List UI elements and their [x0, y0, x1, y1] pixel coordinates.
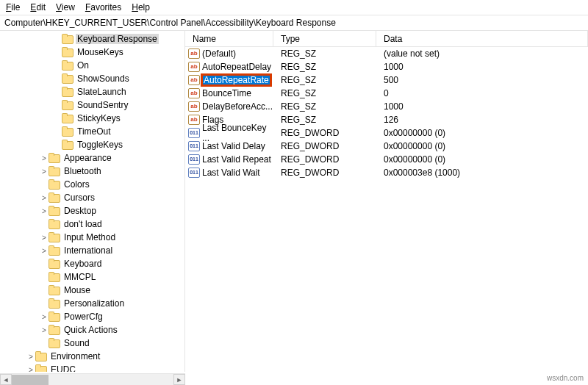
- tree-item-label: MMCPL: [62, 272, 97, 282]
- reg-string-icon: [188, 48, 200, 60]
- tree-item[interactable]: Keyboard: [0, 257, 184, 270]
- value-data: 0x00000000 (0): [376, 128, 588, 138]
- value-name: AutoRepeatDelay: [202, 62, 271, 72]
- folder-icon: [62, 34, 74, 44]
- tree-item-label: SlateLaunch: [76, 87, 128, 97]
- tree-item[interactable]: >Bluetooth: [0, 165, 184, 178]
- folder-icon: [62, 126, 74, 137]
- value-type: REG_SZ: [273, 101, 376, 112]
- folder-icon: [62, 87, 74, 97]
- value-row[interactable]: Last BounceKey ...REG_DWORD0x00000000 (0…: [185, 126, 588, 140]
- tree-item-label: Quick Actions: [62, 325, 119, 335]
- chevron-right-icon[interactable]: >: [40, 194, 49, 202]
- value-row[interactable]: (Default)REG_SZ(value not set): [185, 47, 588, 60]
- tree-item[interactable]: SoundSentry: [0, 98, 184, 112]
- value-data: 0: [376, 88, 588, 98]
- value-row[interactable]: DelayBeforeAcc...REG_SZ1000: [185, 100, 588, 113]
- value-row[interactable]: Last Valid RepeatREG_DWORD0x00000000 (0): [185, 153, 588, 166]
- column-header-data[interactable]: Data: [376, 31, 588, 46]
- value-name: (Default): [202, 48, 236, 59]
- tree-item[interactable]: StickyKeys: [0, 112, 184, 125]
- tree-item[interactable]: >Input Method: [0, 231, 184, 244]
- value-type: REG_SZ: [273, 115, 376, 125]
- menu-edit[interactable]: Edit: [30, 2, 46, 12]
- folder-icon: [49, 325, 60, 335]
- watermark: wsxdn.com: [547, 374, 584, 382]
- tree-item[interactable]: ToggleKeys: [0, 138, 184, 151]
- menu-favorites[interactable]: Favorites: [85, 2, 121, 12]
- value-data: 500: [376, 75, 588, 85]
- tree-item[interactable]: >Desktop: [0, 204, 184, 217]
- tree-item[interactable]: Sound: [0, 337, 184, 350]
- tree-item[interactable]: >Appearance: [0, 151, 184, 165]
- tree-item[interactable]: Personalization: [0, 297, 184, 310]
- tree-item-label: MouseKeys: [76, 47, 125, 57]
- tree-item[interactable]: ShowSounds: [0, 72, 184, 85]
- tree-item[interactable]: MMCPL: [0, 270, 184, 284]
- tree-pane[interactable]: Keyboard ResponseMouseKeysOnShowSoundsSl…: [0, 31, 185, 372]
- chevron-right-icon[interactable]: >: [40, 154, 49, 162]
- chevron-right-icon[interactable]: >: [40, 168, 49, 176]
- reg-dword-icon: [188, 127, 200, 139]
- column-header-type[interactable]: Type: [273, 31, 376, 46]
- tree-item-label: Sound: [62, 338, 91, 348]
- tree-item[interactable]: >Cursors: [0, 191, 184, 204]
- tree-item-label: don't load: [62, 219, 104, 229]
- folder-icon: [62, 113, 74, 123]
- tree-item[interactable]: don't load: [0, 217, 184, 231]
- chevron-right-icon[interactable]: >: [26, 366, 35, 373]
- value-name: DelayBeforeAcc...: [202, 101, 273, 112]
- tree-item[interactable]: Colors: [0, 178, 184, 191]
- scroll-thumb[interactable]: [12, 375, 49, 385]
- value-type: REG_SZ: [273, 75, 376, 85]
- value-row[interactable]: Last Valid DelayREG_DWORD0x00000000 (0): [185, 140, 588, 153]
- value-name: BounceTime: [202, 88, 251, 98]
- scroll-track[interactable]: [12, 374, 173, 385]
- reg-dword-icon: [188, 167, 200, 179]
- value-row[interactable]: AutoRepeatRateREG_SZ500: [185, 73, 588, 87]
- tree-item[interactable]: >PowerCfg: [0, 310, 184, 323]
- tree-item[interactable]: MouseKeys: [0, 46, 184, 59]
- tree-item-label: Bluetooth: [62, 166, 103, 176]
- folder-icon: [62, 100, 74, 110]
- value-row[interactable]: Last Valid WaitREG_DWORD0x000003e8 (1000…: [185, 166, 588, 179]
- tree-item-label: PowerCfg: [62, 312, 104, 322]
- value-row[interactable]: AutoRepeatDelayREG_SZ1000: [185, 60, 588, 73]
- menu-help[interactable]: Help: [132, 2, 150, 12]
- tree-item[interactable]: Mouse: [0, 284, 184, 297]
- chevron-right-icon[interactable]: >: [40, 234, 49, 242]
- tree-item[interactable]: >Environment: [0, 350, 184, 363]
- reg-string-icon: [188, 87, 200, 99]
- tree-item-label: Keyboard: [62, 259, 103, 269]
- folder-icon: [49, 285, 60, 295]
- menu-view[interactable]: View: [56, 2, 75, 12]
- value-data: 126: [376, 115, 588, 125]
- folder-icon: [49, 298, 60, 309]
- tree-item-label: ShowSounds: [76, 73, 131, 84]
- column-header-name[interactable]: Name: [185, 31, 273, 46]
- scroll-right-button[interactable]: ►: [173, 374, 185, 385]
- value-type: REG_DWORD: [273, 154, 376, 165]
- tree-item[interactable]: >International: [0, 244, 184, 257]
- chevron-right-icon[interactable]: >: [40, 326, 49, 334]
- chevron-right-icon[interactable]: >: [40, 313, 49, 321]
- tree-item[interactable]: TimeOut: [0, 125, 184, 138]
- tree-item[interactable]: >EUDC: [0, 363, 184, 372]
- menu-file[interactable]: File: [6, 2, 20, 12]
- tree-item[interactable]: >Quick Actions: [0, 323, 184, 337]
- tree-item[interactable]: Keyboard Response: [0, 32, 184, 46]
- value-row[interactable]: BounceTimeREG_SZ0: [185, 87, 588, 100]
- folder-icon: [49, 245, 60, 256]
- tree-horizontal-scrollbar[interactable]: ◄ ►: [0, 373, 185, 385]
- tree-item[interactable]: SlateLaunch: [0, 85, 184, 98]
- tree-item[interactable]: On: [0, 59, 184, 72]
- folder-icon: [62, 140, 74, 150]
- chevron-right-icon[interactable]: >: [40, 207, 49, 215]
- address-bar[interactable]: Computer\HKEY_CURRENT_USER\Control Panel…: [0, 15, 588, 31]
- chevron-right-icon[interactable]: >: [40, 247, 49, 255]
- scroll-left-button[interactable]: ◄: [0, 374, 12, 385]
- values-pane: Name Type Data (Default)REG_SZ(value not…: [185, 31, 588, 372]
- tree-item-label: TimeOut: [76, 126, 112, 137]
- chevron-right-icon[interactable]: >: [26, 353, 35, 361]
- value-name: Last Valid Repeat: [202, 154, 271, 165]
